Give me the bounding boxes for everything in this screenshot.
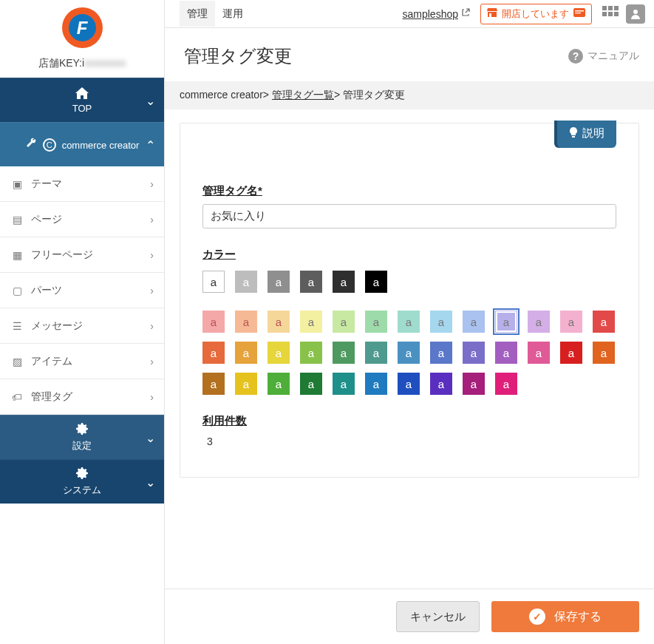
manual-link[interactable]: ? マニュアル <box>568 49 639 64</box>
wrench-icon <box>25 138 37 152</box>
card-icon <box>573 8 585 19</box>
subnav-page[interactable]: ▤ ページ › <box>0 202 164 237</box>
nav-settings[interactable]: 設定 ⌄ <box>0 415 164 459</box>
external-link-icon <box>461 8 470 19</box>
color-swatch[interactable]: a <box>593 311 615 333</box>
subnav-theme[interactable]: ▣ テーマ › <box>0 166 164 202</box>
nav-system[interactable]: システム ⌄ <box>0 459 164 504</box>
color-swatch[interactable]: a <box>202 271 225 293</box>
color-swatch[interactable]: a <box>268 373 290 395</box>
logo: F <box>0 0 164 48</box>
svg-point-4 <box>633 10 638 14</box>
color-swatch[interactable]: a <box>235 311 257 333</box>
color-swatches: aaaaaaaaaaaaaaaaaaaaaaaaaaaaaaaaaaaaaaaa… <box>202 271 616 395</box>
color-swatch[interactable]: a <box>333 311 355 333</box>
save-button[interactable]: ✓ 保存する <box>491 601 639 632</box>
color-swatch[interactable]: a <box>528 342 550 364</box>
main: 管理 運用 sampleshop 開店しています <box>165 0 654 644</box>
color-swatch[interactable]: a <box>333 373 355 395</box>
color-swatch[interactable]: a <box>300 271 322 293</box>
subnav-freepage[interactable]: ▦ フリーページ › <box>0 237 164 273</box>
color-swatch[interactable]: a <box>202 342 225 364</box>
chevron-down-icon: ⌄ <box>146 93 155 107</box>
color-swatch[interactable]: a <box>430 342 452 364</box>
tag-icon: 🏷 <box>10 391 24 403</box>
color-swatch[interactable]: a <box>398 342 420 364</box>
color-swatch[interactable]: a <box>528 311 550 333</box>
gear-icon <box>75 422 89 438</box>
color-swatch[interactable]: a <box>593 342 615 364</box>
nav-system-label: システム <box>63 484 101 497</box>
tag-name-input[interactable] <box>202 204 616 228</box>
color-swatch[interactable]: a <box>333 342 355 364</box>
subnav-label: テーマ <box>31 177 62 191</box>
color-swatch[interactable]: a <box>268 271 290 293</box>
breadcrumb-current: 管理タグ変更 <box>343 89 405 101</box>
subnav-parts[interactable]: ▢ パーツ › <box>0 273 164 308</box>
chevron-right-icon: › <box>150 320 154 332</box>
color-swatch[interactable]: a <box>365 373 387 395</box>
tab-ops[interactable]: 運用 <box>215 1 251 27</box>
color-swatch[interactable]: a <box>495 342 517 364</box>
lightbulb-icon <box>569 127 578 140</box>
color-swatch[interactable]: a <box>300 342 322 364</box>
store-icon <box>487 8 497 19</box>
svg-rect-3 <box>575 13 581 13</box>
color-swatch[interactable]: a <box>398 373 420 395</box>
color-swatch[interactable]: a <box>235 373 257 395</box>
chevron-right-icon: › <box>150 356 154 367</box>
breadcrumb-list[interactable]: 管理タグ一覧 <box>272 89 334 101</box>
shop-link[interactable]: sampleshop <box>403 8 471 20</box>
shop-key-label: 店舗KEY:i <box>38 57 84 69</box>
tab-admin[interactable]: 管理 <box>180 1 215 27</box>
color-swatch[interactable]: a <box>235 271 257 293</box>
page-title: 管理タグ変更 <box>184 44 292 68</box>
color-swatch[interactable]: a <box>495 311 517 333</box>
subnav-admin-tag[interactable]: 🏷 管理タグ › <box>0 379 164 415</box>
cancel-button[interactable]: キャンセル <box>396 601 480 632</box>
color-swatch[interactable]: a <box>560 311 582 333</box>
usage-value: 3 <box>202 435 616 447</box>
color-swatch[interactable]: a <box>430 311 452 333</box>
color-swatch[interactable]: a <box>430 373 452 395</box>
subnav-label: アイテム <box>31 355 72 368</box>
color-swatch[interactable]: a <box>365 271 387 293</box>
color-swatch[interactable]: a <box>398 311 420 333</box>
color-swatch[interactable]: a <box>202 311 225 333</box>
color-swatch[interactable]: a <box>300 311 322 333</box>
color-swatch[interactable]: a <box>463 342 485 364</box>
color-swatch[interactable]: a <box>235 342 257 364</box>
explain-label: 説明 <box>582 126 604 140</box>
subnav: ▣ テーマ › ▤ ページ › ▦ フリーページ › ▢ パーツ › ☰ メッセ… <box>0 166 164 415</box>
subnav-message[interactable]: ☰ メッセージ › <box>0 308 164 344</box>
usage-label: 利用件数 <box>202 414 616 428</box>
form-card: 説明 管理タグ名* カラー aaaaaaaaaaaaaaaaaaaaaaaaaa… <box>180 123 639 478</box>
subnav-item[interactable]: ▨ アイテム › <box>0 344 164 379</box>
color-swatch[interactable]: a <box>268 311 290 333</box>
shop-key: 店舗KEY:ixxxxxxxx <box>0 48 164 78</box>
nav-top[interactable]: TOP ⌄ <box>0 78 164 122</box>
color-swatch[interactable]: a <box>463 373 485 395</box>
chevron-up-icon: ⌃ <box>146 138 155 152</box>
color-swatch[interactable]: a <box>333 271 355 293</box>
shop-link-label: sampleshop <box>403 8 459 20</box>
color-swatch[interactable]: a <box>560 342 582 364</box>
color-swatch[interactable]: a <box>365 342 387 364</box>
explain-badge[interactable]: 説明 <box>557 121 616 148</box>
open-status-badge[interactable]: 開店しています <box>480 4 592 24</box>
color-label: カラー <box>202 248 616 262</box>
color-swatch[interactable]: a <box>300 373 322 395</box>
color-swatch[interactable]: a <box>495 373 517 395</box>
apps-icon[interactable] <box>602 6 619 22</box>
chevron-right-icon: › <box>150 249 154 261</box>
color-swatch[interactable]: a <box>463 311 485 333</box>
nav-commerce-creator[interactable]: C commerce creator ⌃ <box>0 122 164 166</box>
chevron-right-icon: › <box>150 178 154 190</box>
message-icon: ☰ <box>10 320 24 332</box>
user-icon[interactable] <box>626 4 645 24</box>
freepage-icon: ▦ <box>10 249 24 261</box>
home-icon <box>75 87 89 101</box>
color-swatch[interactable]: a <box>202 373 225 395</box>
color-swatch[interactable]: a <box>365 311 387 333</box>
color-swatch[interactable]: a <box>268 342 290 364</box>
